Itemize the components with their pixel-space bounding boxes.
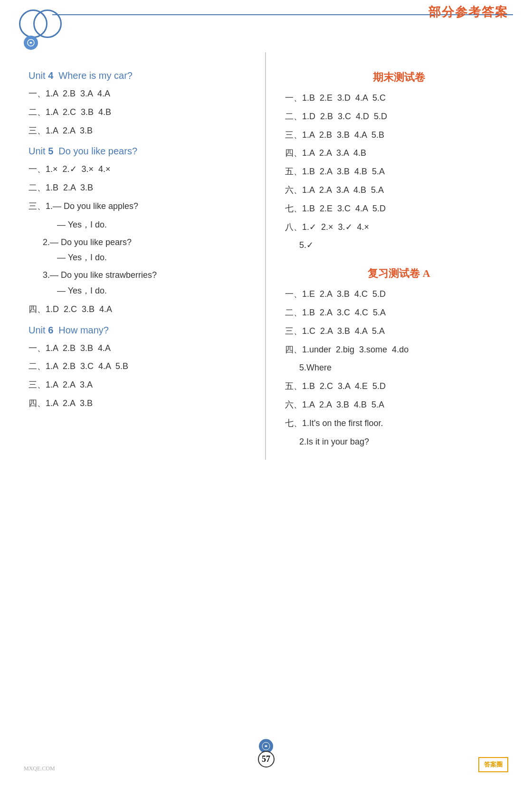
page-container: 部分参考答案 Unit 4 Where is my car? 一、1.A 2.B… [0,0,532,796]
qimo-title: 期末测试卷 [285,70,513,85]
unit5-row4: 四、1.D 2.C 3.B 4.A [28,303,251,316]
main-content: Unit 4 Where is my car? 一、1.A 2.B 3.A 4.… [0,47,532,460]
unit6-row1: 一、1.A 2.B 3.B 4.A [28,341,251,355]
fuxi-row4-extra: 5.Where [299,361,513,375]
qimo-row6: 六、1.A 2.A 3.A 4.B 5.A [285,183,513,197]
left-column: Unit 4 Where is my car? 一、1.A 2.B 3.A 4.… [0,52,266,460]
unit5-row3-q2: 2.— Do you like pears? [43,236,251,249]
fuxi-row7-q2: 2.Is it in your bag? [299,435,513,449]
unit5-section: Unit 5 Do you like pears? 一、1.× 2.✓ 3.× … [28,146,251,316]
logo-circle2 [33,9,62,38]
header-title: 部分参考答案 [428,4,508,20]
fuxi-row7: 七、1.It's on the first floor. [285,417,513,430]
fuxi-row3: 三、1.C 2.A 3.B 4.A 5.A [285,324,513,338]
unit5-row2: 二、1.B 2.A 3.B [28,181,251,195]
fuxi-row6: 六、1.A 2.A 3.B 4.B 5.A [285,398,513,412]
qimo-row1: 一、1.B 2.E 3.D 4.A 5.C [285,91,513,105]
unit6-row4: 四、1.A 2.A 3.B [28,397,251,410]
unit6-row2: 二、1.A 2.B 3.C 4.A 5.B [28,360,251,373]
unit4-title: Unit 4 Where is my car? [28,70,251,81]
unit5-row3-q3: 3.— Do you like strawberries? [43,268,251,282]
unit4-section: Unit 4 Where is my car? 一、1.A 2.B 3.A 4.… [28,70,251,137]
watermark-left: MXQE.COM [24,765,55,772]
unit4-row2: 二、1.A 2.C 3.B 4.B [28,105,251,119]
page-footer: 57 [0,739,532,768]
qimo-row5: 五、1.B 2.A 3.B 4.B 5.A [285,165,513,179]
logo-small-circle [24,36,38,50]
right-column: 期末测试卷 一、1.B 2.E 3.D 4.A 5.C 二、1.D 2.B 3.… [266,52,532,460]
unit5-row3-header: 三、1.— Do you like apples? [28,199,251,213]
qimo-row8: 八、1.✓ 2.× 3.✓ 4.× [285,220,513,234]
fuxi-row5: 五、1.B 2.C 3.A 4.E 5.D [285,379,513,393]
qimo-section: 期末测试卷 一、1.B 2.E 3.D 4.A 5.C 二、1.D 2.B 3.… [285,70,513,252]
unit5-title: Unit 5 Do you like pears? [28,146,251,157]
header: 部分参考答案 [0,0,532,47]
fuxi-row4: 四、1.under 2.big 3.some 4.do [285,343,513,357]
qimo-row7: 七、1.B 2.E 3.C 4.A 5.D [285,202,513,216]
unit5-row3-ans1: — Yes，I do. [57,218,251,232]
unit6-title: Unit 6 How many? [28,325,251,336]
qimo-row4: 四、1.A 2.A 3.A 4.B [285,146,513,160]
unit4-row3: 三、1.A 2.A 3.B [28,124,251,138]
fuxi-row1: 一、1.E 2.A 3.B 4.C 5.D [285,287,513,301]
fuxi-row2: 二、1.B 2.A 3.C 4.C 5.A [285,306,513,320]
unit4-row1: 一、1.A 2.B 3.A 4.A [28,87,251,101]
fuxi-title: 复习测试卷 A [285,266,513,281]
unit5-row1: 一、1.× 2.✓ 3.× 4.× [28,162,251,176]
qimo-row2: 二、1.D 2.B 3.C 4.D 5.D [285,110,513,123]
unit6-section: Unit 6 How many? 一、1.A 2.B 3.B 4.A 二、1.A… [28,325,251,410]
qimo-row8-extra: 5.✓ [299,238,513,252]
unit5-row3-ans2: — Yes，I do. [57,251,251,265]
fuxi-section: 复习测试卷 A 一、1.E 2.A 3.B 4.C 5.D 二、1.B 2.A … [285,266,513,448]
page-number-circle: 57 [258,751,275,768]
unit5-row3-ans3: — Yes，I do. [57,284,251,298]
watermark-right: 答案圈 [478,757,508,772]
unit6-row3: 三、1.A 2.A 3.A [28,378,251,392]
page-number-container: 57 [258,739,275,768]
qimo-row3: 三、1.A 2.B 3.B 4.A 5.B [285,128,513,142]
